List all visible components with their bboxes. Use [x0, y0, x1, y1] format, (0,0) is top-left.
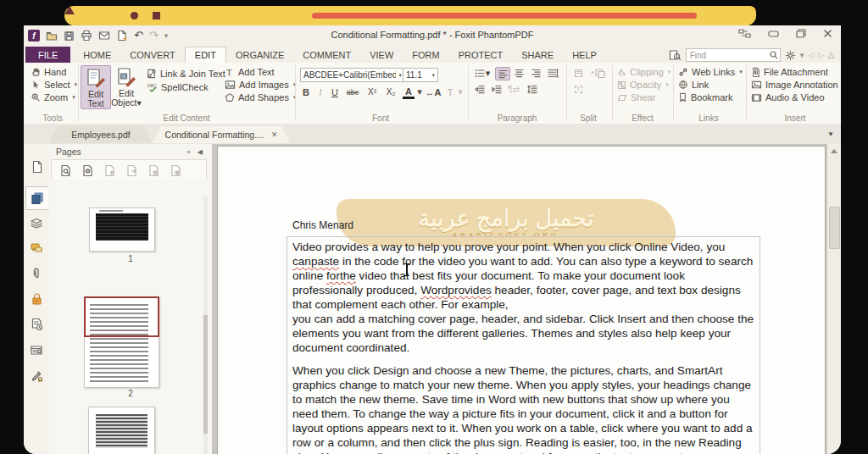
- scroll-up-icon[interactable]: [831, 149, 837, 153]
- tab-convert[interactable]: CONVERT: [120, 47, 185, 63]
- security-panel-icon[interactable]: [29, 291, 44, 307]
- line-spacing-button[interactable]: [526, 83, 539, 95]
- search-document-icon[interactable]: [669, 49, 682, 61]
- tab-protect[interactable]: PROTECT: [449, 47, 513, 63]
- bold-button[interactable]: B: [300, 86, 312, 98]
- link-join-text-button[interactable]: Link & Join Text: [147, 68, 225, 80]
- document-author-line[interactable]: Chris Menard: [292, 219, 353, 231]
- doc-tab-conditional-formatting[interactable]: Conditional Formatting....✕: [153, 126, 290, 143]
- justify-button[interactable]: [546, 67, 559, 79]
- add-text-button[interactable]: T Add Text: [225, 66, 275, 78]
- link-button[interactable]: Link: [678, 79, 709, 91]
- pages-panel-icon[interactable]: [25, 186, 48, 210]
- paragraph[interactable]: When you click Design and choose a new T…: [292, 364, 754, 454]
- print-icon[interactable]: [81, 30, 92, 42]
- attachments-panel-icon[interactable]: [29, 266, 44, 281]
- web-links-button[interactable]: Web Links▾: [678, 66, 743, 78]
- thumbnails-area: 1 2: [49, 180, 212, 454]
- align-center-button[interactable]: [512, 67, 526, 79]
- char-spacing-button[interactable]: ↔A: [426, 86, 441, 98]
- close-icon[interactable]: [823, 29, 832, 38]
- bullets-button[interactable]: ▾: [473, 67, 492, 79]
- collapse-panel-icon[interactable]: ◀: [198, 148, 205, 156]
- panel-scrollbar-thumb[interactable]: [203, 315, 208, 434]
- page-thumbnail-2[interactable]: [84, 296, 159, 388]
- strikethrough-button[interactable]: abc: [344, 86, 361, 98]
- open-icon[interactable]: [46, 30, 58, 42]
- zoom-tool-button[interactable]: Zoom▾: [31, 91, 75, 103]
- expand-panel-icon[interactable]: »: [186, 148, 192, 156]
- edit-text-button[interactable]: Edit Text: [81, 65, 111, 109]
- select-tool-button[interactable]: Select▾: [31, 79, 77, 91]
- bookmarks-panel-icon[interactable]: [29, 159, 44, 174]
- fields-panel-icon[interactable]: [29, 317, 44, 332]
- file-attachment-button[interactable]: File Attachment: [751, 66, 828, 78]
- split-box-button: [571, 67, 585, 79]
- align-left-button[interactable]: [495, 67, 510, 80]
- tab-view[interactable]: VIEW: [360, 47, 403, 63]
- link-globe-icon: [678, 80, 688, 90]
- layers-panel-icon[interactable]: [29, 215, 44, 230]
- doc-tab-employees[interactable]: Employees.pdf: [49, 126, 153, 143]
- add-images-button[interactable]: Add Images▾: [225, 79, 296, 91]
- save-icon[interactable]: [64, 30, 75, 42]
- collapse-ribbon-icon[interactable]: △: [828, 51, 834, 59]
- search-icon[interactable]: [769, 50, 779, 60]
- image-annotation-button[interactable]: Image Annotation: [751, 79, 838, 91]
- tab-file[interactable]: FILE: [25, 47, 70, 63]
- new-document-icon[interactable]: [116, 30, 128, 42]
- tab-list-dropdown-icon[interactable]: ▼: [827, 130, 834, 138]
- hand-tool-button[interactable]: Hand: [31, 66, 66, 78]
- subscript-button[interactable]: X₂: [383, 86, 398, 98]
- find-options-gear-icon[interactable]: [785, 50, 796, 61]
- panel-scrollbar[interactable]: [203, 197, 208, 454]
- page-zoom-out-icon[interactable]: [82, 164, 93, 177]
- undo-icon[interactable]: ↶: [134, 30, 143, 42]
- align-right-button[interactable]: [529, 67, 542, 79]
- page-thumbnail-3[interactable]: [88, 407, 155, 454]
- group-label-effect: Effect: [617, 114, 668, 123]
- indent-right-button[interactable]: [490, 83, 504, 95]
- destinations-panel-icon[interactable]: [29, 342, 44, 357]
- font-family-combo[interactable]: ABCDEE+Calibri(Embedded)▾: [300, 68, 405, 82]
- add-shapes-button[interactable]: Add Shapes▾: [225, 91, 296, 103]
- underline-button[interactable]: U: [329, 86, 341, 98]
- restore-icon[interactable]: [796, 29, 806, 38]
- comments-panel-icon[interactable]: [29, 241, 44, 256]
- email-icon[interactable]: [98, 30, 110, 42]
- find-input[interactable]: [686, 48, 781, 62]
- edit-object-button[interactable]: Edit Object▾: [112, 65, 141, 108]
- page-zoom-in-icon[interactable]: [60, 164, 71, 177]
- tab-home[interactable]: HOME: [74, 47, 120, 63]
- gear-dropdown-icon[interactable]: ▾: [800, 51, 804, 59]
- audio-video-button[interactable]: Audio & Video: [751, 91, 825, 103]
- signatures-panel-icon[interactable]: [29, 368, 44, 383]
- tab-close-icon[interactable]: ✕: [271, 130, 278, 139]
- font-size-combo[interactable]: 11.1▾: [403, 68, 438, 82]
- font-color-dropdown-icon[interactable]: ▾: [416, 86, 423, 98]
- file-attachment-icon: [751, 67, 760, 77]
- spellcheck-button[interactable]: ABC SpellCheck: [147, 81, 209, 93]
- tab-form[interactable]: FORM: [403, 47, 448, 63]
- tab-comment[interactable]: COMMENT: [293, 47, 360, 63]
- tab-edit[interactable]: EDIT: [185, 47, 226, 63]
- triangle-shape-icon: [64, 6, 75, 14]
- ribbon-tab-row: FILE HOME CONVERT EDIT ORGANIZE COMMENT …: [25, 47, 606, 63]
- minimize-icon[interactable]: [768, 30, 779, 38]
- tab-help[interactable]: HELP: [563, 47, 606, 63]
- superscript-button[interactable]: X²: [364, 86, 380, 98]
- paragraph-direction-button: ¶⇄: [507, 83, 520, 95]
- bookmark-button[interactable]: Bookmark: [678, 91, 733, 103]
- watermark-arabic-text: تحميل برامج عربية: [418, 208, 593, 230]
- scrollbar-thumb[interactable]: [829, 207, 840, 249]
- document-scrollbar[interactable]: [826, 144, 841, 454]
- page-thumbnail-1[interactable]: [89, 208, 155, 252]
- text-block[interactable]: Video provides a way to help you prove y…: [287, 236, 760, 454]
- tab-share[interactable]: SHARE: [512, 47, 563, 63]
- indent-left-button[interactable]: [473, 83, 487, 95]
- tab-organize[interactable]: ORGANIZE: [226, 47, 293, 63]
- font-color-button[interactable]: A: [403, 86, 415, 99]
- paragraph[interactable]: Video provides a way to help you prove y…: [292, 241, 754, 356]
- qat-customize-icon[interactable]: ▾: [164, 31, 169, 40]
- dock-icon[interactable]: [738, 29, 751, 38]
